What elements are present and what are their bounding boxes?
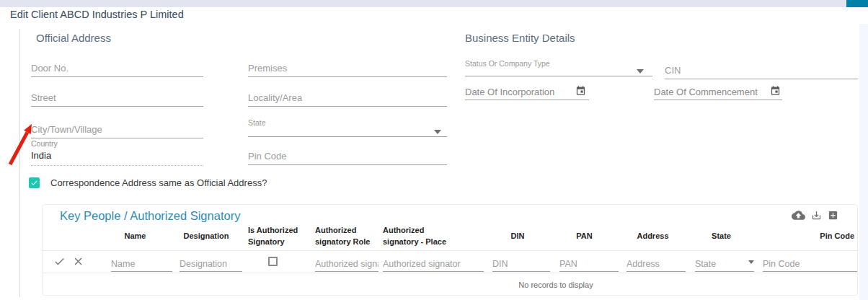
caret-down-icon[interactable] bbox=[434, 130, 441, 134]
confirm-icon[interactable] bbox=[53, 255, 66, 268]
add-box-icon[interactable] bbox=[828, 210, 838, 221]
header-authorized-signatory-role: Authorizedsignatory Role bbox=[304, 221, 376, 250]
country-value: India bbox=[31, 150, 203, 161]
row-pin-code-input[interactable] bbox=[763, 259, 858, 272]
empty-table-message: No records to display bbox=[518, 273, 593, 296]
table-header-row: Name Designation Is AuthorizedSignatory … bbox=[43, 221, 858, 251]
header-pan: PAN bbox=[550, 221, 619, 250]
table-editor-row bbox=[43, 251, 858, 273]
annotation-arrow bbox=[4, 118, 36, 170]
date-of-incorporation-label: Date Of Incorporation bbox=[465, 87, 554, 97]
row-address-input[interactable] bbox=[626, 259, 686, 272]
row-din-input[interactable] bbox=[492, 259, 550, 272]
row-state-input[interactable] bbox=[695, 259, 754, 272]
row-state-select[interactable] bbox=[695, 257, 754, 272]
page-title: Edit Client ABCD Industries P Limited bbox=[10, 9, 184, 20]
business-entity-heading: Business Entity Details bbox=[465, 32, 575, 44]
pin-code-input[interactable] bbox=[248, 151, 447, 165]
cin-input[interactable] bbox=[665, 65, 858, 79]
correspondence-checkbox-row: Correspondence Address same as Official … bbox=[29, 177, 267, 188]
top-bar bbox=[0, 0, 846, 7]
key-people-card: Key People / Authorized Signatory Name D… bbox=[42, 204, 858, 296]
country-field: Country India bbox=[31, 139, 203, 166]
status-company-type-label: Status Or Company Type bbox=[465, 59, 652, 68]
date-of-commencement-field[interactable]: Date Of Commencement bbox=[654, 85, 782, 100]
header-actions bbox=[43, 221, 100, 250]
header-din: DIN bbox=[485, 221, 550, 250]
calendar-icon[interactable] bbox=[770, 85, 781, 96]
caret-down-icon[interactable] bbox=[748, 260, 754, 264]
calendar-icon[interactable] bbox=[575, 85, 586, 96]
header-state: State bbox=[687, 221, 756, 250]
state-select-label: State bbox=[248, 118, 447, 127]
country-label: Country bbox=[31, 139, 203, 148]
row-authorized-signatory-place-input[interactable] bbox=[383, 259, 484, 272]
state-select[interactable]: State bbox=[248, 118, 447, 137]
header-address: Address bbox=[619, 221, 687, 250]
header-is-authorized-signatory: Is AuthorizedSignatory bbox=[242, 221, 304, 250]
date-of-incorporation-field[interactable]: Date Of Incorporation bbox=[465, 85, 589, 100]
download-icon[interactable] bbox=[811, 210, 822, 221]
door-no-input[interactable] bbox=[31, 63, 203, 77]
correspondence-checkbox-label: Correspondence Address same as Official … bbox=[50, 177, 267, 188]
street-input[interactable] bbox=[31, 92, 203, 107]
correspondence-checkbox[interactable] bbox=[29, 177, 40, 188]
header-designation: Designation bbox=[170, 221, 242, 250]
header-pin-code: Pin Code bbox=[756, 221, 858, 250]
row-name-input[interactable] bbox=[111, 259, 172, 272]
caret-down-icon[interactable] bbox=[637, 69, 644, 74]
header-name: Name bbox=[100, 221, 170, 250]
cancel-icon[interactable] bbox=[72, 255, 84, 268]
locality-input[interactable] bbox=[248, 92, 447, 107]
official-address-heading: Official Address bbox=[36, 32, 111, 44]
status-company-type-select[interactable]: Status Or Company Type bbox=[465, 59, 652, 76]
premises-input[interactable] bbox=[248, 63, 447, 77]
city-input[interactable] bbox=[31, 124, 203, 138]
top-bar-accent bbox=[846, 0, 868, 7]
row-pan-input[interactable] bbox=[559, 259, 619, 272]
row-is-authorized-checkbox[interactable] bbox=[268, 257, 278, 266]
row-authorized-signatory-role-input[interactable] bbox=[315, 259, 378, 272]
date-of-commencement-label: Date Of Commencement bbox=[654, 87, 758, 97]
header-authorized-signatory-place: Authorizedsignatory - Place bbox=[376, 221, 485, 250]
right-edge-strip bbox=[859, 24, 868, 300]
row-designation-input[interactable] bbox=[180, 259, 242, 272]
